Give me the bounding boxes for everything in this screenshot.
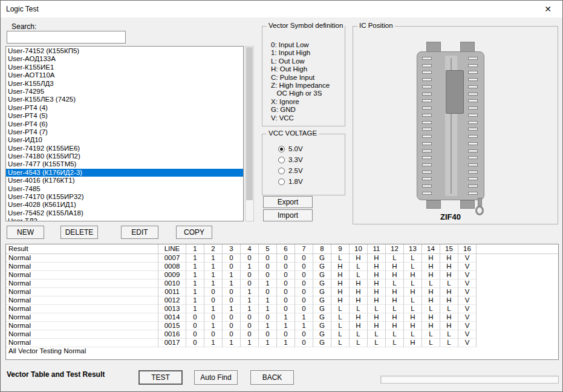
table-header-cell: 5 bbox=[259, 244, 277, 254]
symbol-definition-line: V: VCC bbox=[271, 114, 330, 122]
search-input[interactable] bbox=[7, 31, 126, 44]
list-item[interactable]: User-К155ЛД3 bbox=[6, 80, 243, 88]
pin-value-cell: V bbox=[458, 322, 477, 330]
pin-value-cell: 1 bbox=[186, 305, 204, 313]
ic-list[interactable]: User-74152 (К155КП5)User-АОД133АUser-К15… bbox=[5, 46, 244, 221]
test-button[interactable]: TEST bbox=[138, 370, 183, 385]
table-header-cell: 1 bbox=[186, 244, 204, 254]
pin-value-cell: G bbox=[313, 322, 331, 330]
list-item[interactable]: User-74152 (К155КП5) bbox=[6, 47, 243, 55]
pin-value-cell: L bbox=[331, 254, 350, 263]
pin-value-cell: H bbox=[368, 263, 386, 271]
pin-value-cell: H bbox=[368, 254, 386, 263]
pin-value-cell: 1 bbox=[204, 254, 223, 263]
vcc-option-3-3v[interactable]: 3.3V bbox=[278, 154, 303, 165]
export-button[interactable]: Export bbox=[263, 196, 313, 208]
list-item[interactable]: User-К155ИЕ1 bbox=[6, 64, 243, 71]
edit-button[interactable]: EDIT bbox=[121, 226, 158, 239]
table-row[interactable]: Normal00071100000GLHHLLHHV bbox=[6, 254, 558, 263]
table-row[interactable]: Normal00150100111GLHHHHHHV bbox=[6, 322, 558, 330]
pin-value-cell: 1 bbox=[277, 322, 295, 330]
delete-button[interactable]: DELETE bbox=[60, 226, 98, 239]
symbol-definition-line: C: Pulse Input bbox=[271, 74, 330, 82]
list-item[interactable]: User-РТ4 (6) bbox=[6, 120, 243, 128]
pin-value-cell: H bbox=[331, 271, 350, 279]
pin-value-cell: V bbox=[458, 254, 477, 263]
table-header-cell: 8 bbox=[313, 244, 331, 254]
table-row-filler bbox=[477, 313, 558, 322]
table-row[interactable]: Normal00160000000GLLLLLLLV bbox=[6, 330, 558, 339]
pin-value-cell: 0 bbox=[277, 263, 295, 271]
table-row[interactable]: Normal00091110000GHLHHHHHV bbox=[6, 271, 558, 279]
import-button[interactable]: Import bbox=[263, 209, 313, 221]
pin-value-cell: H bbox=[422, 322, 440, 330]
symbol-definition-line: X: Ignore bbox=[271, 98, 330, 106]
pin-value-cell: L bbox=[331, 330, 350, 339]
pin-value-cell: 0 bbox=[295, 339, 313, 347]
list-item[interactable]: User-74170 (К155ИР32) bbox=[6, 193, 243, 201]
list-scrollbar[interactable] bbox=[245, 46, 254, 221]
pin-value-cell: 1 bbox=[223, 271, 241, 279]
list-item[interactable]: User-РТ4 (4) bbox=[6, 104, 243, 112]
list-item[interactable]: User-7477 (К155ТМ5) bbox=[6, 160, 243, 168]
pin-value-cell: 0 bbox=[295, 288, 313, 296]
socket-pin-slot bbox=[468, 121, 478, 124]
table-row[interactable]: Normal00170111110GLLLLHLLV bbox=[6, 339, 558, 347]
symbol-definition-line: 1: Input High bbox=[271, 49, 330, 57]
result-cell: Normal bbox=[6, 254, 158, 263]
pin-value-cell: L bbox=[350, 339, 368, 347]
table-row[interactable]: Normal00111001000GHHHHHHHV bbox=[6, 288, 558, 296]
list-item[interactable]: User-74180 (К155ИП2) bbox=[6, 152, 243, 160]
vcc-option-1-8v[interactable]: 1.8V bbox=[278, 176, 303, 187]
auto-find-button[interactable]: Auto Find bbox=[194, 370, 238, 385]
list-item[interactable]: User-74295 bbox=[6, 88, 243, 96]
socket-pin-slot bbox=[422, 177, 432, 180]
new-button[interactable]: NEW bbox=[7, 226, 44, 239]
pin-value-cell: V bbox=[458, 263, 477, 271]
socket-pin-slot bbox=[468, 85, 478, 88]
list-item[interactable]: User-7485 bbox=[6, 185, 243, 193]
list-item[interactable]: User-4028 (К561ИД1) bbox=[6, 201, 243, 209]
pin-value-cell: 1 bbox=[186, 271, 204, 279]
list-item[interactable]: User-АОД133А bbox=[6, 55, 243, 63]
socket-pin-slot bbox=[422, 128, 432, 131]
pin-value-cell: 1 bbox=[204, 322, 223, 330]
vcc-option-5-0v[interactable]: 5.0V bbox=[278, 143, 303, 154]
list-item[interactable]: User-75452 (К155ЛА18) bbox=[6, 209, 243, 217]
list-item[interactable]: User-ИД10 bbox=[6, 136, 243, 144]
socket-body bbox=[417, 51, 484, 200]
vcc-option-2-5v[interactable]: 2.5V bbox=[278, 165, 303, 176]
scrollbar-thumb[interactable] bbox=[246, 47, 253, 200]
list-item[interactable]: User-РТ4 (7) bbox=[6, 128, 243, 136]
table-row[interactable]: Normal00101110100GHHHLLLLV bbox=[6, 279, 558, 288]
list-item[interactable]: User-К155ЛЕ3 (7425) bbox=[6, 96, 243, 103]
pin-value-cell: H bbox=[422, 271, 440, 279]
back-button[interactable]: BACK bbox=[250, 370, 294, 385]
table-row-filler bbox=[477, 279, 558, 288]
table-row[interactable]: Normal00131111100GLLLLLLLV bbox=[6, 305, 558, 313]
table-row[interactable]: Normal00081101000GHLHHLHHV bbox=[6, 263, 558, 271]
socket-pin-slot bbox=[422, 171, 432, 174]
pin-value-cell: L bbox=[368, 305, 386, 313]
list-item[interactable]: User-ТЛ2 bbox=[6, 217, 243, 221]
pin-value-cell: 0 bbox=[223, 296, 241, 305]
table-row[interactable]: Normal00140000011GLHHHHHHV bbox=[6, 313, 558, 322]
pin-value-cell: 0 bbox=[223, 313, 241, 322]
list-item[interactable]: User-4543 (К176ИД2-3) bbox=[6, 169, 243, 177]
vector-symbol-group-title: Vector Symbol definition bbox=[267, 22, 345, 29]
list-item[interactable]: User-РТ4 (5) bbox=[6, 112, 243, 120]
table-header-cell: Result bbox=[6, 244, 158, 254]
symbol-definition-lines: 0: Input Low1: Input HighL: Out LowH: Ou… bbox=[271, 41, 330, 122]
list-item[interactable]: User-74192 (К155ИЕ6) bbox=[6, 145, 243, 152]
copy-button[interactable]: COPY bbox=[176, 226, 212, 239]
list-item[interactable]: User-4016 (К176КТ1) bbox=[6, 177, 243, 185]
pin-value-cell: H bbox=[404, 288, 422, 296]
socket-pin-slot bbox=[468, 71, 478, 74]
vcc-voltage-group: VCC VOLTAGE 5.0V3.3V2.5V1.8V bbox=[262, 134, 345, 195]
close-button[interactable]: ✕ bbox=[539, 2, 557, 16]
pin-value-cell: G bbox=[313, 339, 331, 347]
pin-value-cell: 0 bbox=[259, 313, 277, 322]
table-row[interactable]: Normal00121001100GHHHHLHHV bbox=[6, 296, 558, 305]
list-item[interactable]: User-АОТ110А bbox=[6, 71, 243, 79]
pin-value-cell: H bbox=[331, 296, 350, 305]
